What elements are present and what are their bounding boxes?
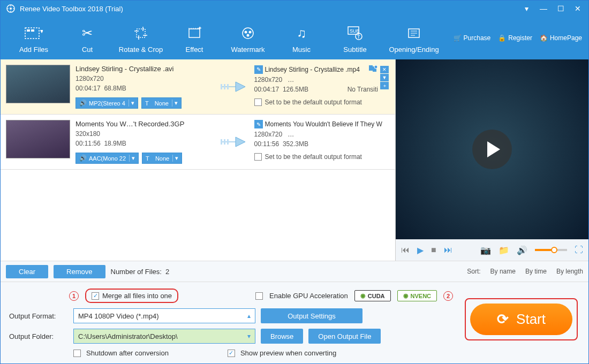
merge-checkbox[interactable]: ✓ — [92, 292, 99, 300]
subtitle-dropdown[interactable]: T None▾ — [142, 153, 182, 164]
svg-text:T: T — [357, 34, 360, 40]
chevron-down-icon: ▾ — [129, 155, 135, 162]
audio-codec-dropdown[interactable]: 🔊MP2(Stereo 4▾ — [75, 97, 138, 109]
nvidia-icon: ◉ — [360, 292, 366, 299]
toolbar-links: 🛒Purchase 🔒Register 🏠HomePage — [454, 34, 582, 42]
annotation-badge-2: 2 — [443, 291, 453, 301]
preview-panel: ⏮ ▶ ■ ⏭ 📷 📁 🔊 ⛶ — [396, 59, 588, 261]
shutdown-checkbox[interactable] — [73, 350, 81, 357]
watermark-icon — [240, 23, 255, 43]
effect-button[interactable]: ✦ Effect — [168, 19, 221, 57]
edit-icon[interactable]: ✎ — [254, 120, 263, 128]
expand-down-icon[interactable]: ▾ — [521, 4, 532, 13]
default-format-checkbox[interactable] — [254, 98, 262, 106]
volume-slider[interactable] — [535, 249, 567, 251]
add-files-button[interactable]: ▾ Add Files — [7, 19, 61, 57]
sort-options: Sort: By name By time By length — [467, 268, 583, 275]
start-button[interactable]: ⟳ Start — [470, 304, 572, 335]
subtitle-button[interactable]: SUBT Subtitle — [328, 19, 382, 57]
settings-panel: 1 ✓ Merge all files into one Enable GPU … — [1, 282, 588, 363]
speaker-icon: 🔊 — [79, 155, 87, 162]
output-settings-button[interactable]: Output Settings — [261, 308, 363, 323]
file-name: Moments You W…'t Recorded.3GP — [75, 120, 212, 128]
list-action-bar: Clear Remove Number of Files: 2 Sort: By… — [1, 261, 588, 282]
merge-highlight: ✓ Merge all files into one — [85, 289, 178, 303]
music-button[interactable]: ♫ Music — [275, 19, 328, 57]
file-resolution: 1280x720 — [75, 75, 212, 82]
cart-icon: 🛒 — [454, 34, 462, 42]
output-folder-combo[interactable]: C:\Users\Administrator\Desktop\▾ — [73, 329, 255, 344]
svg-rect-21 — [369, 65, 373, 71]
fullscreen-button[interactable]: ⛶ — [575, 245, 583, 255]
open-output-button[interactable]: Open Output File — [308, 329, 381, 344]
nvenc-badge: ◉NVENC — [397, 290, 437, 301]
file-list: Lindsey Stirling - Crystallize .avi 1280… — [1, 59, 396, 261]
maximize-button[interactable]: ☐ — [555, 4, 566, 13]
preview-screen — [396, 59, 588, 239]
flag-icon[interactable] — [368, 65, 378, 74]
effect-icon: ✦ — [187, 23, 202, 43]
show-preview-checkbox[interactable]: ✓ — [228, 350, 235, 357]
cuda-badge: ◉CUDA — [354, 290, 391, 301]
home-icon: 🏠 — [540, 34, 548, 42]
audio-codec-dropdown[interactable]: 🔊AAC(Mono 22▾ — [75, 153, 139, 164]
next-button[interactable]: ⏭ — [444, 245, 452, 255]
previous-button[interactable]: ⏮ — [401, 245, 410, 255]
titlebar: Renee Video Toolbox 2018 (Trial) ▾ — ☐ ✕ — [1, 1, 588, 17]
speaker-icon: 🔊 — [79, 100, 87, 107]
remove-button[interactable]: Remove — [54, 265, 105, 278]
chevron-down-icon: ▾ — [172, 155, 178, 162]
item-close-button[interactable]: ✕ — [380, 66, 389, 73]
item-move-down-button[interactable]: ▼ — [380, 74, 389, 81]
file-info: Lindsey Stirling - Crystallize .avi 1280… — [75, 65, 212, 109]
open-folder-button[interactable]: 📁 — [499, 245, 509, 255]
preview-controls: ⏮ ▶ ■ ⏭ 📷 📁 🔊 ⛶ — [396, 239, 588, 261]
svg-rect-4 — [31, 29, 34, 32]
gpu-checkbox[interactable] — [255, 292, 263, 300]
start-highlight: ⟳ Start — [465, 298, 578, 340]
minimize-button[interactable]: — — [538, 4, 549, 13]
svg-rect-3 — [27, 29, 30, 32]
chevron-down-icon: ▾ — [172, 100, 178, 107]
svg-text:▾: ▾ — [40, 27, 43, 35]
sort-by-time[interactable]: By time — [525, 268, 547, 275]
svg-rect-18 — [221, 84, 222, 89]
file-item[interactable]: Lindsey Stirling - Crystallize .avi 1280… — [1, 59, 395, 115]
subtitle-dropdown[interactable]: T None▾ — [141, 97, 182, 109]
transition-label: No Transiti — [348, 86, 378, 93]
show-preview-label: Show preview when converting — [240, 349, 336, 357]
file-info: Moments You W…'t Recorded.3GP 320x180 00… — [75, 120, 212, 164]
cut-button[interactable]: ✂ Cut — [61, 19, 114, 57]
register-link[interactable]: 🔒Register — [498, 34, 532, 42]
svg-rect-25 — [224, 139, 225, 145]
output-format-combo[interactable]: MP4 1080P Video (*.mp4)▴ — [73, 308, 255, 323]
app-window: Renee Video Toolbox 2018 (Trial) ▾ — ☐ ✕… — [0, 0, 589, 364]
rotate-crop-button[interactable]: Rotate & Crop — [114, 19, 168, 57]
homepage-link[interactable]: 🏠HomePage — [540, 34, 582, 42]
file-item[interactable]: Moments You W…'t Recorded.3GP 320x180 00… — [1, 115, 395, 170]
refresh-icon: ⟳ — [497, 311, 509, 328]
app-title: Renee Video Toolbox 2018 (Trial) — [20, 5, 515, 13]
arrow-icon — [217, 65, 249, 109]
stop-button[interactable]: ■ — [431, 245, 436, 255]
default-format-checkbox[interactable] — [254, 153, 262, 161]
play-overlay-button[interactable] — [472, 130, 512, 169]
item-add-button[interactable]: ＋ — [380, 82, 389, 89]
svg-point-10 — [245, 31, 247, 33]
edit-icon[interactable]: ✎ — [254, 65, 263, 74]
play-button[interactable]: ▶ — [417, 245, 424, 255]
sort-by-length[interactable]: By length — [556, 268, 583, 275]
sort-by-name[interactable]: By name — [490, 268, 516, 275]
browse-button[interactable]: Browse — [261, 329, 303, 344]
play-icon — [487, 141, 500, 157]
file-count-label: Number of Files: 2 — [111, 268, 170, 276]
watermark-button[interactable]: Watermark — [221, 19, 275, 57]
volume-icon[interactable]: 🔊 — [517, 245, 527, 255]
clear-button[interactable]: Clear — [6, 265, 48, 278]
opening-ending-button[interactable]: Opening/Ending — [382, 19, 446, 57]
thumbnail — [6, 65, 70, 103]
output-info: ✎Moments You Wouldn't Believe If They W … — [254, 120, 390, 164]
close-button[interactable]: ✕ — [572, 4, 583, 13]
snapshot-button[interactable]: 📷 — [480, 245, 491, 255]
purchase-link[interactable]: 🛒Purchase — [454, 34, 491, 42]
